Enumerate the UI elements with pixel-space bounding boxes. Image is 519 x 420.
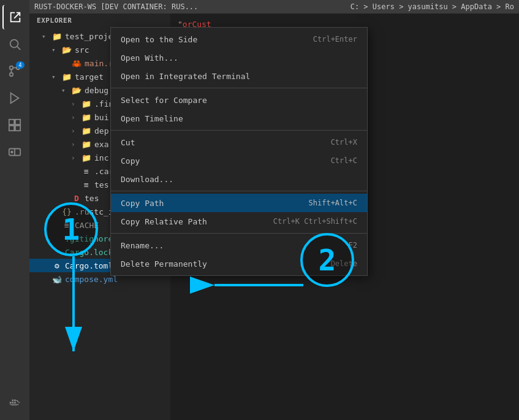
menu-item-shortcut: Ctrl+X bbox=[331, 138, 357, 147]
menu-item-label: Rename... bbox=[121, 241, 164, 250]
menu-item-shortcut: Delete bbox=[331, 259, 357, 268]
menu-separator-3 bbox=[111, 191, 367, 191]
svg-rect-11 bbox=[15, 126, 20, 131]
menu-item-label: Delete Permanently bbox=[121, 259, 207, 269]
title-bar: RUST-DOCKER-WS [DEV CONTAINER: RUS... C:… bbox=[29, 0, 519, 13]
svg-point-2 bbox=[10, 66, 13, 70]
menu-item-open-terminal[interactable]: Open in Integrated Terminal bbox=[111, 67, 367, 85]
title-project: RUST-DOCKER-WS [DEV CONTAINER: RUS... bbox=[34, 2, 198, 11]
sidebar-item-explorer[interactable] bbox=[2, 5, 27, 29]
svg-rect-9 bbox=[15, 120, 20, 124]
menu-item-open-with[interactable]: Open With... bbox=[111, 48, 367, 67]
menu-item-open-timeline[interactable]: Open Timeline bbox=[111, 109, 367, 128]
menu-item-label: Select for Compare bbox=[121, 96, 207, 105]
svg-rect-16 bbox=[12, 402, 13, 403]
whale-icon: 🐋 bbox=[51, 275, 63, 284]
folder-icon: 📁 bbox=[81, 153, 92, 162]
folder-icon: 📁 bbox=[81, 140, 92, 149]
sidebar-item-docker[interactable] bbox=[2, 391, 27, 415]
sidebar-item-source-control[interactable]: 4 bbox=[2, 59, 27, 83]
menu-item-shortcut: Ctrl+C bbox=[331, 156, 357, 165]
file-lines-icon: ≡ bbox=[81, 167, 92, 176]
folder-icon: 📁 bbox=[81, 126, 92, 136]
menu-item-label: Open With... bbox=[121, 53, 178, 63]
folder-icon: 📁 bbox=[61, 72, 72, 82]
svg-rect-10 bbox=[9, 126, 14, 131]
svg-point-14 bbox=[11, 151, 13, 153]
rust-file-icon: 🦀 bbox=[71, 59, 82, 68]
svg-line-1 bbox=[17, 47, 20, 50]
folder-icon: 📂 bbox=[61, 45, 72, 55]
sidebar-item-remote[interactable] bbox=[2, 140, 27, 164]
chevron-down-icon: ▾ bbox=[42, 32, 51, 40]
menu-item-label: Copy Path bbox=[121, 199, 164, 208]
menu-item-label: Open in Integrated Terminal bbox=[121, 72, 250, 81]
menu-separator-4 bbox=[111, 233, 367, 234]
source-control-badge: 4 bbox=[16, 61, 25, 69]
menu-item-copy[interactable]: Copy Ctrl+C bbox=[111, 151, 367, 170]
chevron-right-icon: › bbox=[71, 154, 81, 162]
chevron-down-icon: ▾ bbox=[51, 46, 61, 54]
menu-item-label: Copy bbox=[121, 156, 140, 166]
menu-item-open-side[interactable]: Open to the Side Ctrl+Enter bbox=[111, 30, 367, 48]
context-menu: Open to the Side Ctrl+Enter Open With...… bbox=[110, 27, 368, 276]
sidebar-item-run[interactable] bbox=[2, 86, 27, 110]
chevron-right-icon: › bbox=[71, 127, 81, 135]
menu-item-shortcut: F2 bbox=[349, 241, 357, 250]
menu-item-delete[interactable]: Delete Permanently Delete bbox=[111, 254, 367, 273]
chevron-right-icon: › bbox=[71, 100, 81, 108]
menu-item-label: Cut bbox=[121, 138, 135, 147]
chevron-down-icon: ▾ bbox=[61, 86, 71, 94]
menu-item-label: Copy Relative Path bbox=[121, 217, 207, 226]
menu-item-rename[interactable]: Rename... F2 bbox=[111, 236, 367, 254]
file-lines-icon: ≡ bbox=[61, 221, 72, 230]
menu-item-shortcut: Ctrl+K Ctrl+Shift+C bbox=[273, 217, 357, 226]
menu-item-cut[interactable]: Cut Ctrl+X bbox=[111, 133, 367, 151]
svg-point-0 bbox=[10, 40, 18, 48]
menu-separator-1 bbox=[111, 88, 367, 88]
menu-item-shortcut: Shift+Alt+C bbox=[309, 199, 357, 207]
title-breadcrumb: C: > Users > yasumitsu > AppData > Ro bbox=[350, 2, 514, 11]
menu-item-copy-path[interactable]: Copy Path Shift+Alt+C bbox=[111, 194, 367, 212]
menu-item-copy-relative[interactable]: Copy Relative Path Ctrl+K Ctrl+Shift+C bbox=[111, 212, 367, 231]
folder-icon: 📁 bbox=[51, 32, 63, 41]
svg-rect-18 bbox=[12, 400, 13, 402]
chevron-down-icon: ▾ bbox=[51, 73, 61, 81]
folder-icon: 📁 bbox=[81, 99, 92, 109]
activity-bar: 4 bbox=[0, 0, 29, 420]
braces-icon: {} bbox=[61, 207, 72, 216]
svg-rect-19 bbox=[14, 400, 16, 402]
menu-separator-2 bbox=[111, 130, 367, 131]
svg-rect-15 bbox=[10, 402, 12, 403]
sidebar-item-extensions[interactable] bbox=[2, 113, 27, 137]
explorer-header: Explorer bbox=[29, 13, 170, 27]
chevron-right-icon: › bbox=[71, 140, 81, 148]
menu-item-download[interactable]: Download... bbox=[111, 170, 367, 188]
chevron-right-icon: › bbox=[71, 113, 81, 121]
svg-rect-17 bbox=[14, 402, 16, 403]
file-lines-icon: ≡ bbox=[81, 180, 92, 189]
folder-icon: 📁 bbox=[81, 113, 92, 122]
svg-marker-7 bbox=[11, 93, 19, 104]
folder-icon: 📂 bbox=[71, 86, 82, 95]
gear-icon: ⚙ bbox=[51, 261, 63, 270]
menu-item-label: Open Timeline bbox=[121, 114, 183, 123]
svg-rect-8 bbox=[9, 120, 14, 124]
d-file-icon: D bbox=[71, 194, 82, 203]
sidebar-item-search[interactable] bbox=[2, 32, 27, 56]
menu-item-label: Open to the Side bbox=[121, 35, 197, 44]
svg-point-3 bbox=[10, 73, 13, 77]
menu-item-label: Download... bbox=[121, 175, 173, 184]
menu-item-shortcut: Ctrl+Enter bbox=[313, 35, 357, 44]
menu-item-select-compare[interactable]: Select for Compare bbox=[111, 91, 367, 109]
